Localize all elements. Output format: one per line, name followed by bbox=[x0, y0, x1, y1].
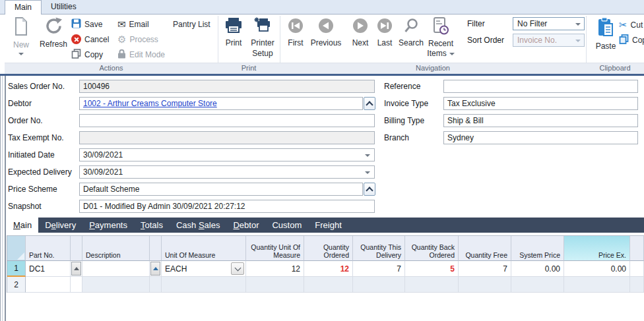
cell-qty-ordered[interactable] bbox=[304, 277, 353, 293]
cell-qty-ordered[interactable]: 12 bbox=[304, 261, 353, 277]
col-header-unit-of-measure[interactable]: Unit Of Measure bbox=[162, 236, 246, 261]
col-header-part-no[interactable]: Part No. bbox=[26, 236, 71, 261]
cut-button[interactable]: ✂ Cut bbox=[619, 19, 644, 30]
recent-items-label-line2: Items bbox=[427, 49, 446, 58]
cell-qty-unit-of-measure[interactable] bbox=[246, 277, 304, 293]
paste-clipboard-icon bbox=[598, 17, 614, 39]
chevron-up-icon bbox=[366, 101, 373, 108]
row-header-2[interactable]: 2 bbox=[7, 277, 26, 293]
last-record-button[interactable]: Last bbox=[373, 18, 396, 47]
col-header-description[interactable]: Description bbox=[82, 236, 150, 261]
tax-exempt-no-field[interactable] bbox=[79, 131, 375, 144]
tab-freight[interactable]: Freight bbox=[308, 218, 348, 233]
snapshot-field[interactable]: D01 - Modified By Admin 30/09/2021 20:27… bbox=[79, 200, 375, 213]
ribbon-tab-utilities[interactable]: Utilities bbox=[42, 0, 86, 15]
print-group-label: Print bbox=[218, 63, 280, 73]
copy-button[interactable]: Copy bbox=[71, 49, 103, 60]
cancel-label: Cancel bbox=[84, 35, 109, 44]
grid-corner-selector[interactable] bbox=[7, 236, 26, 261]
col-header-qty-ordered[interactable]: Quantity Ordered bbox=[304, 236, 353, 261]
edit-mode-button[interactable]: Edit Mode bbox=[117, 49, 165, 60]
chevron-down-icon[interactable] bbox=[365, 154, 370, 157]
pantry-list-button[interactable]: Pantry List bbox=[173, 18, 210, 30]
col-header-qty-unit-of-measure[interactable]: Quantity Unit Of Measure bbox=[246, 236, 304, 261]
sort-order-dropdown[interactable]: Invoice No. bbox=[513, 34, 585, 47]
save-button[interactable]: Save bbox=[71, 18, 102, 30]
price-scheme-expand-button[interactable] bbox=[364, 183, 375, 196]
cell-system-price[interactable] bbox=[511, 277, 564, 293]
next-record-button[interactable]: Next bbox=[348, 18, 373, 47]
cell-part-no[interactable]: DC1 bbox=[26, 261, 71, 277]
tab-custom[interactable]: Custom bbox=[265, 218, 308, 233]
cell-qty-free[interactable] bbox=[459, 277, 511, 293]
tab-payments[interactable]: Payments bbox=[82, 218, 134, 233]
expected-delivery-label: Expected Delivery bbox=[8, 165, 72, 179]
cell-unit-of-measure[interactable] bbox=[162, 277, 246, 293]
cell-part-lookup bbox=[71, 277, 82, 293]
cell-system-price[interactable]: 0.00 bbox=[511, 261, 564, 277]
branch-field[interactable]: Sydney bbox=[443, 131, 638, 144]
paste-button[interactable]: Paste bbox=[591, 17, 620, 51]
cell-part-no[interactable] bbox=[26, 277, 71, 293]
col-header-overflow bbox=[630, 236, 644, 261]
tab-delivery[interactable]: Delivery bbox=[38, 218, 82, 233]
sales-order-no-field[interactable]: 100496 bbox=[79, 80, 375, 93]
recent-items-button[interactable]: Recent Items bbox=[426, 17, 455, 58]
tab-main[interactable]: Main bbox=[7, 218, 38, 233]
printer-setup-button[interactable]: Printer Setup bbox=[247, 17, 278, 58]
row-header-1[interactable]: 1 bbox=[7, 261, 26, 277]
search-button[interactable]: Search bbox=[397, 18, 426, 47]
cell-description[interactable] bbox=[82, 261, 150, 277]
invoice-type-field[interactable]: Tax Exclusive bbox=[443, 97, 638, 110]
debtor-link[interactable]: 1002 - Arthur Creams Computer Store bbox=[83, 99, 217, 108]
col-header-qty-back-ordered[interactable]: Quantity Back Ordered bbox=[405, 236, 459, 261]
part-lookup-button[interactable] bbox=[71, 262, 81, 276]
cell-unit-of-measure[interactable]: EACH bbox=[162, 261, 246, 277]
cell-qty-this-delivery[interactable] bbox=[353, 277, 405, 293]
cell-price-ex[interactable]: 0.00 bbox=[564, 261, 630, 277]
tab-totals[interactable]: Totals bbox=[134, 218, 170, 233]
col-header-qty-this-delivery[interactable]: Quantity This Delivery bbox=[353, 236, 405, 261]
initiated-date-field[interactable]: 30/09/2021 bbox=[79, 148, 375, 161]
cancel-button[interactable]: Cancel bbox=[71, 34, 109, 45]
cell-qty-free[interactable]: 7 bbox=[459, 261, 511, 277]
ribbon-tab-main[interactable]: Main bbox=[5, 0, 42, 15]
previous-record-button[interactable]: Previous bbox=[307, 18, 344, 47]
unit-of-measure-value: EACH bbox=[165, 264, 187, 274]
cell-qty-this-delivery[interactable]: 7 bbox=[353, 261, 405, 277]
refresh-button[interactable]: Refresh bbox=[38, 17, 69, 49]
col-header-system-price[interactable]: System Price bbox=[511, 236, 564, 261]
last-label: Last bbox=[377, 39, 393, 47]
debtor-expand-button[interactable] bbox=[364, 97, 375, 110]
cell-qty-back-ordered[interactable]: 5 bbox=[405, 261, 459, 277]
printer-icon bbox=[225, 17, 242, 36]
col-header-price-ex[interactable]: Price Ex. bbox=[564, 236, 630, 261]
billing-type-field[interactable]: Ship & Bill bbox=[443, 114, 638, 127]
expected-delivery-value: 30/09/2021 bbox=[83, 167, 123, 177]
email-button[interactable]: ✉ Email bbox=[117, 18, 149, 30]
description-expand-button[interactable] bbox=[150, 262, 160, 276]
debtor-field[interactable]: 1002 - Arthur Creams Computer Store bbox=[79, 97, 363, 110]
reference-field[interactable] bbox=[443, 80, 638, 93]
process-button[interactable]: ⚙ Process bbox=[117, 34, 158, 45]
unit-of-measure-dropdown-button[interactable] bbox=[231, 262, 244, 275]
copy-clipboard-button[interactable]: Copy bbox=[619, 34, 644, 45]
new-button[interactable]: New bbox=[7, 17, 36, 55]
tab-debtor[interactable]: Debtor bbox=[226, 218, 265, 233]
filter-label: Filter bbox=[467, 17, 485, 30]
filter-dropdown[interactable]: No Filter bbox=[513, 17, 585, 30]
cell-qty-back-ordered[interactable] bbox=[405, 277, 459, 293]
price-scheme-field[interactable]: Default Scheme bbox=[79, 183, 363, 196]
tab-cash-sales[interactable]: Cash Sales bbox=[170, 218, 227, 233]
cell-price-ex[interactable] bbox=[564, 277, 630, 293]
cell-description[interactable] bbox=[82, 277, 150, 293]
order-no-field[interactable] bbox=[79, 114, 375, 127]
chevron-down-icon[interactable] bbox=[365, 171, 370, 174]
col-header-qty-free[interactable]: Quantity Free bbox=[459, 236, 511, 261]
first-record-button[interactable]: First bbox=[284, 18, 307, 47]
print-button[interactable]: Print bbox=[220, 17, 247, 47]
expected-delivery-field[interactable]: 30/09/2021 bbox=[79, 165, 375, 179]
cell-qty-unit-of-measure[interactable]: 12 bbox=[246, 261, 304, 277]
next-label: Next bbox=[352, 39, 369, 47]
email-envelope-icon: ✉ bbox=[117, 19, 126, 29]
